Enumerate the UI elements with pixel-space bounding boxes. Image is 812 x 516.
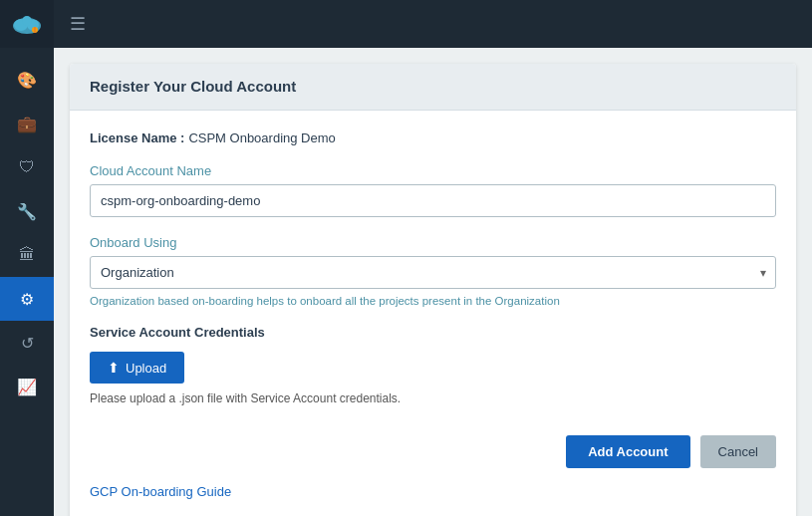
main-content: ☰ Register Your Cloud Account License Na… — [54, 0, 812, 516]
gcp-onboarding-link[interactable]: GCP On-boarding Guide — [90, 484, 231, 499]
cloud-account-input[interactable] — [90, 184, 776, 217]
card-body: License Name : CSPM Onboarding Demo Clou… — [70, 111, 796, 516]
license-value: CSPM Onboarding Demo — [188, 130, 335, 145]
license-row: License Name : CSPM Onboarding Demo — [90, 130, 776, 145]
page-content: Register Your Cloud Account License Name… — [54, 48, 812, 516]
sidebar: 🎨 💼 🛡 🔧 🏛 ⚙ ↺ 📈 — [0, 0, 54, 516]
onboard-select-wrapper: Organization Project ▾ — [90, 256, 776, 289]
sidebar-item-reports[interactable]: 📈 — [0, 365, 54, 408]
cloud-account-field-group: Cloud Account Name — [90, 163, 776, 217]
sidebar-item-security[interactable]: 🛡 — [0, 145, 54, 189]
svg-point-3 — [22, 16, 32, 26]
upload-icon: ⬆ — [108, 360, 120, 376]
onboard-hint-text: Organization based on-boarding helps to … — [90, 295, 776, 307]
sidebar-item-tools[interactable]: 🔧 — [0, 189, 54, 233]
sidebar-item-dashboard[interactable]: 🎨 — [0, 58, 54, 102]
hamburger-icon[interactable]: ☰ — [70, 13, 86, 35]
onboard-using-field-group: Onboard Using Organization Project ▾ Org… — [90, 235, 776, 307]
gear-icon: ⚙ — [20, 290, 34, 309]
wrench-icon: 🔧 — [17, 202, 37, 221]
card-title: Register Your Cloud Account — [90, 78, 296, 95]
sidebar-nav: 🎨 💼 🛡 🔧 🏛 ⚙ ↺ 📈 — [0, 58, 54, 516]
building-icon: 🏛 — [19, 246, 35, 264]
sidebar-item-compliance[interactable]: 🏛 — [0, 233, 54, 277]
palette-icon: 🎨 — [17, 71, 37, 90]
service-creds-group: Service Account Credentials ⬆ Upload Ple… — [90, 325, 776, 405]
sidebar-item-history[interactable]: ↺ — [0, 321, 54, 365]
sidebar-item-settings[interactable]: ⚙ — [0, 277, 54, 321]
add-account-button[interactable]: Add Account — [566, 435, 689, 468]
chart-icon: 📈 — [17, 378, 37, 396]
history-icon: ↺ — [21, 334, 34, 353]
action-row: Add Account Cancel — [90, 425, 776, 468]
sidebar-header — [0, 0, 54, 48]
topbar: ☰ — [54, 0, 812, 48]
card-header: Register Your Cloud Account — [70, 64, 796, 111]
sidebar-item-accounts[interactable]: 💼 — [0, 102, 54, 145]
register-cloud-card: Register Your Cloud Account License Name… — [70, 64, 796, 516]
upload-hint-text: Please upload a .json file with Service … — [90, 391, 776, 405]
cancel-button[interactable]: Cancel — [700, 435, 776, 468]
briefcase-icon: 💼 — [17, 115, 37, 133]
onboard-using-label: Onboard Using — [90, 235, 776, 250]
cloud-logo-icon — [9, 12, 45, 36]
upload-button[interactable]: ⬆ Upload — [90, 352, 184, 384]
onboard-select[interactable]: Organization Project — [90, 256, 776, 289]
cloud-account-label: Cloud Account Name — [90, 163, 776, 178]
upload-button-label: Upload — [126, 361, 166, 376]
service-creds-title: Service Account Credentials — [90, 325, 776, 340]
shield-icon: 🛡 — [19, 158, 35, 176]
license-label: License Name : — [90, 130, 184, 145]
